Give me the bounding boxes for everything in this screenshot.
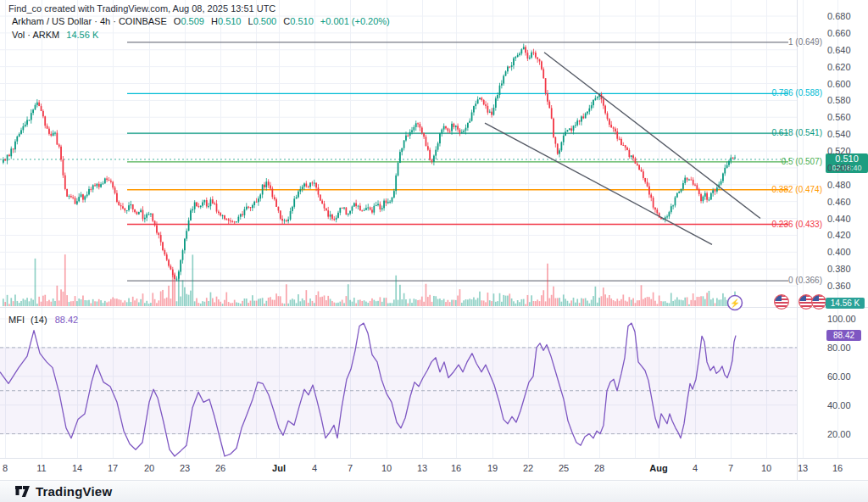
volume-legend[interactable]: Vol · ARKM 14.56 K [12, 30, 98, 40]
tradingview-brand[interactable]: TradingView [36, 484, 112, 499]
price-tick-label: 0.500 [827, 163, 851, 173]
price-tick-label: 0.580 [827, 95, 851, 105]
time-tick-label: 4 [681, 463, 709, 473]
price-tick-label: 0.360 [827, 281, 851, 291]
symbol-title[interactable]: Arkham / US Dollar · 4h · COINBASE [12, 16, 167, 26]
fib-level-label: 0.618 (0.541) [712, 128, 822, 137]
time-tick-label: 28 [585, 463, 614, 473]
price-tick-label: 0.400 [827, 247, 851, 257]
price-tick-label: 0.420 [827, 230, 851, 240]
fib-level-label: 0.382 (0.474) [712, 185, 822, 194]
mfi-params: (14) [31, 315, 47, 325]
volume-value: 14.56 K [66, 30, 98, 40]
symbol-legend[interactable]: Arkham / US Dollar · 4h · COINBASE O0.50… [12, 16, 390, 26]
mfi-tick-label: 60.00 [827, 371, 851, 382]
us-flag-marker-icon[interactable] [775, 295, 789, 310]
mfi-indicator-legend[interactable]: MFI (14) 88.42 [8, 315, 78, 325]
time-tick-label: 20 [135, 463, 164, 473]
volume-label: Vol · ARKM [12, 30, 59, 40]
fib-level-label: 0.5 (0.507) [712, 157, 822, 166]
time-tick-label: 16 [442, 463, 470, 473]
volume-badge: 14.56 K [826, 298, 865, 309]
price-tick-label: 0.520 [827, 146, 851, 156]
time-tick-label: 14 [63, 463, 92, 473]
mfi-name: MFI [8, 315, 25, 325]
footer-bar: TradingView [0, 480, 868, 502]
price-tick-label: 0.660 [827, 28, 851, 38]
price-tick-label: 0.560 [827, 112, 851, 122]
chart-canvas: ⚡ [0, 0, 868, 502]
svg-text:⚡: ⚡ [730, 298, 741, 309]
time-tick-label: 23 [170, 463, 199, 473]
high-label: H [211, 16, 218, 26]
trend-line-drawings[interactable] [485, 53, 760, 245]
tradingview-logo-icon[interactable] [15, 485, 30, 498]
time-tick-label: 22 [514, 463, 542, 473]
fib-retracement-lines[interactable] [127, 42, 788, 281]
mfi-badge: 88.42 [826, 330, 861, 341]
fib-level-label: 0 (0.366) [712, 276, 822, 285]
open-value: 0.509 [181, 16, 204, 26]
low-value: 0.500 [253, 16, 277, 26]
time-tick-label: Aug [644, 463, 673, 473]
time-tick-label: 26 [206, 463, 235, 473]
price-tick-label: 0.600 [827, 79, 851, 89]
high-value: 0.510 [218, 16, 242, 26]
price-tick-label: 0.460 [827, 197, 851, 207]
time-tick-label: 13 [788, 463, 817, 473]
time-tick-label: 7 [716, 463, 745, 473]
time-tick-label: Jul [264, 463, 293, 473]
price-tick-label: 0.540 [827, 129, 851, 139]
time-tick-label: 7 [336, 463, 364, 473]
tradingview-chart-window: ⚡ Find_co created with TradingView.com, … [0, 0, 868, 502]
price-tick-label: 0.680 [827, 11, 851, 21]
price-tick-label: 0.440 [827, 214, 851, 224]
price-tick-label: 0.380 [827, 264, 851, 274]
lightning-marker-icon[interactable]: ⚡ [728, 296, 743, 310]
mfi-tick-label: 40.00 [827, 400, 851, 410]
mfi-tick-label: 80.00 [827, 343, 851, 353]
time-tick-label: 13 [408, 463, 437, 473]
time-tick-label: 11 [27, 463, 56, 473]
time-tick-label: 8 [0, 463, 19, 473]
time-tick-label: 19 [478, 463, 507, 473]
mfi-tick-label: 100.00 [827, 314, 856, 324]
time-tick-label: 17 [98, 463, 127, 473]
change-value: +0.001 (+0.20%) [320, 16, 390, 26]
chart-watermark: Find_co created with TradingView.com, Au… [8, 3, 275, 14]
fib-level-label: 0.236 (0.433) [712, 220, 822, 229]
price-tick-label: 0.640 [827, 45, 851, 55]
fib-level-label: 0.786 (0.588) [712, 88, 822, 98]
price-tick-label: 0.480 [827, 180, 851, 190]
mfi-value: 88.42 [55, 315, 79, 325]
time-tick-label: 25 [549, 463, 578, 473]
mfi-tick-label: 20.00 [827, 429, 851, 439]
fib-level-label: 1 (0.649) [712, 37, 822, 47]
time-tick-label: 16 [823, 463, 852, 473]
time-tick-label: 10 [752, 463, 781, 473]
time-tick-label: 4 [300, 463, 329, 473]
close-value: 0.510 [290, 16, 314, 26]
time-tick-label: 10 [372, 463, 401, 473]
price-tick-label: 0.620 [827, 62, 851, 72]
